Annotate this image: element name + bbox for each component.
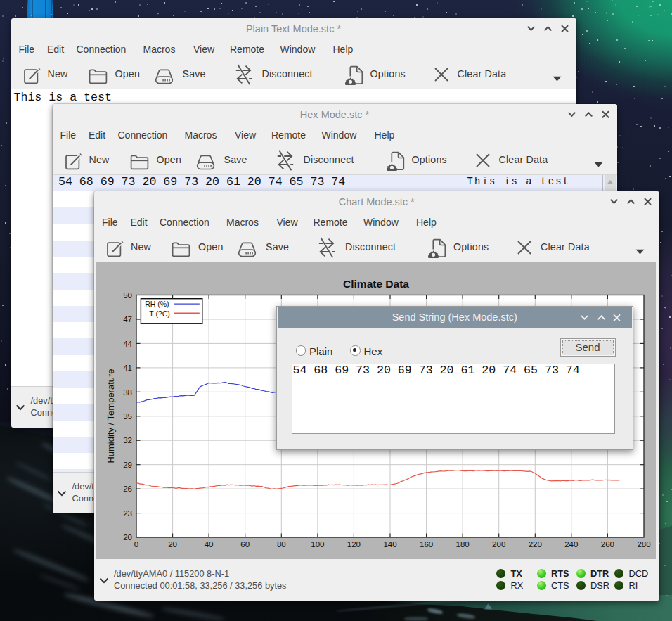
svg-text:220: 220 bbox=[529, 540, 542, 549]
svg-text:44: 44 bbox=[123, 339, 132, 347]
svg-text:23: 23 bbox=[123, 508, 132, 517]
svg-text:Climate Data: Climate Data bbox=[343, 278, 409, 290]
svg-text:35: 35 bbox=[123, 411, 132, 420]
svg-text:200: 200 bbox=[492, 540, 505, 549]
svg-text:20: 20 bbox=[168, 540, 177, 549]
svg-text:26: 26 bbox=[123, 485, 132, 493]
svg-text:41: 41 bbox=[123, 364, 132, 372]
svg-text:180: 180 bbox=[456, 540, 470, 549]
svg-text:50: 50 bbox=[123, 290, 132, 299]
svg-text:240: 240 bbox=[564, 540, 578, 549]
svg-text:160: 160 bbox=[420, 540, 433, 549]
svg-text:32: 32 bbox=[123, 436, 132, 444]
svg-text:120: 120 bbox=[347, 540, 361, 549]
svg-text:80: 80 bbox=[277, 540, 286, 549]
svg-text:140: 140 bbox=[383, 540, 396, 549]
svg-text:47: 47 bbox=[123, 315, 132, 324]
svg-text:29: 29 bbox=[123, 460, 132, 468]
svg-text:60: 60 bbox=[240, 540, 250, 549]
svg-text:RH (%): RH (%) bbox=[145, 300, 169, 308]
svg-text:100: 100 bbox=[311, 540, 324, 549]
svg-text:20: 20 bbox=[123, 533, 132, 542]
svg-text:0: 0 bbox=[134, 540, 138, 549]
svg-text:280: 280 bbox=[637, 540, 650, 549]
svg-text:38: 38 bbox=[123, 388, 132, 396]
svg-text:T (?C): T (?C) bbox=[149, 309, 170, 317]
svg-text:40: 40 bbox=[205, 540, 214, 549]
svg-text:260: 260 bbox=[601, 540, 614, 549]
svg-text:Humidity / Temperature: Humidity / Temperature bbox=[105, 369, 116, 463]
